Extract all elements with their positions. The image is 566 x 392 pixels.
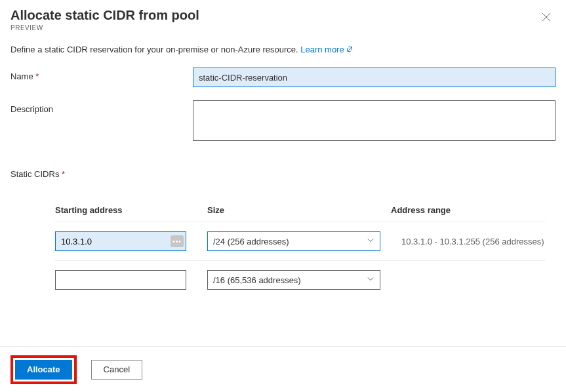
close-icon [542, 12, 551, 22]
size-select[interactable]: /16 (65,536 addresses) [207, 270, 380, 290]
allocate-button[interactable]: Allocate [15, 360, 72, 380]
address-range-text: 10.3.1.0 - 10.3.1.255 (256 addresses) [391, 237, 544, 246]
description-input[interactable] [193, 100, 556, 141]
col-header-address-range: Address range [391, 205, 545, 215]
static-cidrs-label: Static CIDRs * [10, 169, 556, 179]
name-label: Name * [10, 68, 193, 81]
name-input[interactable] [193, 68, 556, 87]
external-link-icon [346, 46, 353, 54]
table-row: ••• /24 (256 addresses) 10.3.1.0 - 10.3.… [55, 222, 545, 261]
preview-tag: PREVIEW [10, 24, 199, 31]
cidr-grid: Starting address Size Address range ••• … [55, 205, 545, 299]
col-header-size: Size [207, 205, 391, 215]
chevron-down-icon [367, 237, 374, 246]
starting-address-input[interactable] [55, 231, 186, 251]
description-label: Description [10, 100, 193, 114]
chevron-down-icon [367, 275, 374, 285]
close-button[interactable] [537, 8, 556, 26]
size-select[interactable]: /24 (256 addresses) [207, 231, 380, 251]
address-range-text [391, 275, 401, 285]
learn-more-link[interactable]: Learn more [300, 45, 353, 54]
starting-address-input[interactable] [55, 270, 186, 290]
col-header-starting-address: Starting address [55, 205, 207, 215]
more-icon[interactable]: ••• [171, 235, 184, 247]
allocate-highlight: Allocate [10, 355, 77, 384]
page-title: Allocate static CIDR from pool [10, 8, 199, 23]
table-row: /16 (65,536 addresses) [55, 261, 545, 299]
description-text: Define a static CIDR reservation for you… [10, 45, 556, 54]
cancel-button[interactable]: Cancel [91, 360, 142, 380]
